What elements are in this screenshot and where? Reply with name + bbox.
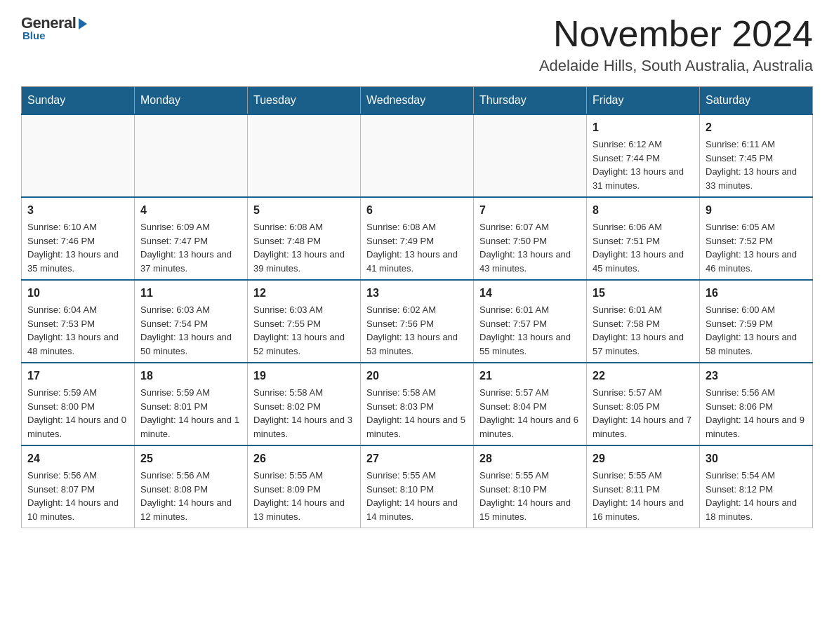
- day-number: 25: [140, 450, 241, 467]
- calendar-day-cell: 26Sunrise: 5:55 AMSunset: 8:09 PMDayligh…: [248, 445, 361, 528]
- day-info: Sunrise: 6:10 AMSunset: 7:46 PMDaylight:…: [27, 220, 128, 275]
- day-info: Sunrise: 5:55 AMSunset: 8:10 PMDaylight:…: [366, 469, 468, 523]
- calendar-day-cell: 16Sunrise: 6:00 AMSunset: 7:59 PMDayligh…: [700, 280, 813, 363]
- day-info: Sunrise: 5:57 AMSunset: 8:04 PMDaylight:…: [479, 386, 581, 441]
- day-of-week-header: Sunday: [22, 87, 135, 115]
- calendar-day-cell: 4Sunrise: 6:09 AMSunset: 7:47 PMDaylight…: [135, 197, 248, 280]
- day-of-week-header: Monday: [135, 87, 248, 115]
- day-info: Sunrise: 5:59 AMSunset: 8:00 PMDaylight:…: [27, 386, 128, 441]
- day-info: Sunrise: 5:55 AMSunset: 8:09 PMDaylight:…: [253, 469, 355, 523]
- calendar-day-cell: 12Sunrise: 6:03 AMSunset: 7:55 PMDayligh…: [248, 280, 361, 363]
- day-number: 4: [140, 202, 241, 219]
- day-info: Sunrise: 5:57 AMSunset: 8:05 PMDaylight:…: [593, 386, 694, 441]
- calendar-day-cell: 9Sunrise: 6:05 AMSunset: 7:52 PMDaylight…: [700, 197, 813, 280]
- day-number: 11: [140, 285, 241, 302]
- day-number: 29: [593, 450, 694, 467]
- calendar-day-cell: 23Sunrise: 5:56 AMSunset: 8:06 PMDayligh…: [700, 363, 813, 445]
- day-info: Sunrise: 5:58 AMSunset: 8:03 PMDaylight:…: [366, 386, 468, 441]
- day-of-week-header: Saturday: [700, 87, 813, 115]
- day-info: Sunrise: 5:56 AMSunset: 8:07 PMDaylight:…: [27, 469, 128, 523]
- day-info: Sunrise: 6:09 AMSunset: 7:47 PMDaylight:…: [140, 220, 241, 275]
- day-info: Sunrise: 6:06 AMSunset: 7:51 PMDaylight:…: [593, 220, 694, 275]
- day-info: Sunrise: 6:12 AMSunset: 7:44 PMDaylight:…: [593, 137, 694, 192]
- day-number: 21: [479, 368, 581, 384]
- day-info: Sunrise: 5:58 AMSunset: 8:02 PMDaylight:…: [253, 386, 355, 441]
- calendar-day-cell: 21Sunrise: 5:57 AMSunset: 8:04 PMDayligh…: [474, 363, 587, 445]
- day-info: Sunrise: 5:54 AMSunset: 8:12 PMDaylight:…: [706, 469, 807, 523]
- day-number: 24: [27, 450, 128, 467]
- day-number: 30: [706, 450, 807, 467]
- day-of-week-header: Tuesday: [248, 87, 361, 115]
- day-info: Sunrise: 6:11 AMSunset: 7:45 PMDaylight:…: [706, 137, 807, 192]
- calendar-day-cell: 2Sunrise: 6:11 AMSunset: 7:45 PMDaylight…: [700, 114, 813, 197]
- calendar-day-cell: 25Sunrise: 5:56 AMSunset: 8:08 PMDayligh…: [135, 445, 248, 528]
- calendar-day-cell: 27Sunrise: 5:55 AMSunset: 8:10 PMDayligh…: [361, 445, 474, 528]
- day-info: Sunrise: 6:01 AMSunset: 7:57 PMDaylight:…: [479, 303, 581, 358]
- day-info: Sunrise: 5:55 AMSunset: 8:11 PMDaylight:…: [593, 469, 694, 523]
- day-of-week-header: Thursday: [474, 87, 587, 115]
- calendar-day-cell: 3Sunrise: 6:10 AMSunset: 7:46 PMDaylight…: [22, 197, 135, 280]
- calendar-day-cell: [361, 114, 474, 197]
- day-info: Sunrise: 5:56 AMSunset: 8:06 PMDaylight:…: [706, 386, 807, 441]
- calendar-day-cell: 14Sunrise: 6:01 AMSunset: 7:57 PMDayligh…: [474, 280, 587, 363]
- day-number: 10: [27, 285, 128, 302]
- calendar-day-cell: 11Sunrise: 6:03 AMSunset: 7:54 PMDayligh…: [135, 280, 248, 363]
- location-title: Adelaide Hills, South Australia, Austral…: [539, 57, 813, 75]
- day-number: 19: [253, 368, 355, 384]
- calendar-day-cell: 29Sunrise: 5:55 AMSunset: 8:11 PMDayligh…: [587, 445, 700, 528]
- logo-blue-text: Blue: [22, 29, 46, 41]
- calendar-week-row: 3Sunrise: 6:10 AMSunset: 7:46 PMDaylight…: [22, 197, 813, 280]
- day-number: 26: [253, 450, 355, 467]
- day-number: 15: [593, 285, 694, 302]
- day-of-week-header: Friday: [587, 87, 700, 115]
- calendar-day-cell: 8Sunrise: 6:06 AMSunset: 7:51 PMDaylight…: [587, 197, 700, 280]
- day-info: Sunrise: 5:59 AMSunset: 8:01 PMDaylight:…: [140, 386, 241, 441]
- day-info: Sunrise: 6:03 AMSunset: 7:55 PMDaylight:…: [253, 303, 355, 358]
- day-number: 22: [593, 368, 694, 384]
- day-info: Sunrise: 6:03 AMSunset: 7:54 PMDaylight:…: [140, 303, 241, 358]
- calendar-day-cell: 15Sunrise: 6:01 AMSunset: 7:58 PMDayligh…: [587, 280, 700, 363]
- calendar-day-cell: 30Sunrise: 5:54 AMSunset: 8:12 PMDayligh…: [700, 445, 813, 528]
- day-number: 6: [366, 202, 468, 219]
- day-number: 20: [366, 368, 468, 384]
- calendar-day-cell: 19Sunrise: 5:58 AMSunset: 8:02 PMDayligh…: [248, 363, 361, 445]
- day-number: 28: [479, 450, 581, 467]
- calendar-week-row: 10Sunrise: 6:04 AMSunset: 7:53 PMDayligh…: [22, 280, 813, 363]
- day-info: Sunrise: 5:56 AMSunset: 8:08 PMDaylight:…: [140, 469, 241, 523]
- calendar-day-cell: [135, 114, 248, 197]
- day-number: 14: [479, 285, 581, 302]
- calendar-day-cell: 24Sunrise: 5:56 AMSunset: 8:07 PMDayligh…: [22, 445, 135, 528]
- day-number: 3: [27, 202, 128, 219]
- calendar-day-cell: 10Sunrise: 6:04 AMSunset: 7:53 PMDayligh…: [22, 280, 135, 363]
- day-number: 18: [140, 368, 241, 384]
- day-info: Sunrise: 6:00 AMSunset: 7:59 PMDaylight:…: [706, 303, 807, 358]
- calendar-day-cell: 17Sunrise: 5:59 AMSunset: 8:00 PMDayligh…: [22, 363, 135, 445]
- calendar-day-cell: 18Sunrise: 5:59 AMSunset: 8:01 PMDayligh…: [135, 363, 248, 445]
- day-info: Sunrise: 6:02 AMSunset: 7:56 PMDaylight:…: [366, 303, 468, 358]
- day-number: 5: [253, 202, 355, 219]
- calendar-header-row: SundayMondayTuesdayWednesdayThursdayFrid…: [22, 87, 813, 115]
- day-info: Sunrise: 6:05 AMSunset: 7:52 PMDaylight:…: [706, 220, 807, 275]
- calendar-day-cell: [22, 114, 135, 197]
- day-number: 2: [706, 119, 807, 136]
- day-number: 8: [593, 202, 694, 219]
- day-info: Sunrise: 6:01 AMSunset: 7:58 PMDaylight:…: [593, 303, 694, 358]
- calendar-day-cell: 7Sunrise: 6:07 AMSunset: 7:50 PMDaylight…: [474, 197, 587, 280]
- calendar-day-cell: 13Sunrise: 6:02 AMSunset: 7:56 PMDayligh…: [361, 280, 474, 363]
- logo: General Blue: [21, 14, 87, 41]
- calendar-day-cell: [474, 114, 587, 197]
- day-number: 9: [706, 202, 807, 219]
- calendar-week-row: 1Sunrise: 6:12 AMSunset: 7:44 PMDaylight…: [22, 114, 813, 197]
- calendar-week-row: 24Sunrise: 5:56 AMSunset: 8:07 PMDayligh…: [22, 445, 813, 528]
- page-header: General Blue November 2024 Adelaide Hill…: [21, 14, 813, 75]
- day-number: 16: [706, 285, 807, 302]
- calendar-day-cell: 22Sunrise: 5:57 AMSunset: 8:05 PMDayligh…: [587, 363, 700, 445]
- day-info: Sunrise: 6:08 AMSunset: 7:49 PMDaylight:…: [366, 220, 468, 275]
- day-info: Sunrise: 6:07 AMSunset: 7:50 PMDaylight:…: [479, 220, 581, 275]
- day-number: 12: [253, 285, 355, 302]
- title-section: November 2024 Adelaide Hills, South Aust…: [539, 14, 813, 75]
- calendar-day-cell: 6Sunrise: 6:08 AMSunset: 7:49 PMDaylight…: [361, 197, 474, 280]
- day-of-week-header: Wednesday: [361, 87, 474, 115]
- day-number: 7: [479, 202, 581, 219]
- day-number: 13: [366, 285, 468, 302]
